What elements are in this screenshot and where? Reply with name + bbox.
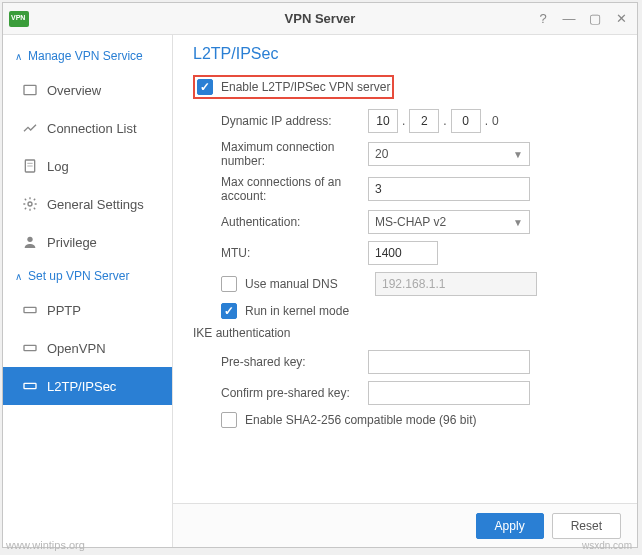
gear-icon [21, 195, 39, 213]
sidebar-item-l2tp[interactable]: L2TP/IPSec [3, 367, 172, 405]
ip-octet-4: 0 [492, 114, 499, 128]
user-icon [21, 233, 39, 251]
sidebar-item-overview[interactable]: Overview [3, 71, 172, 109]
footer-bar: Apply Reset [173, 503, 637, 547]
svg-rect-8 [24, 383, 36, 388]
page-title: L2TP/IPSec [193, 45, 617, 63]
max-conn-select[interactable]: 20 ▼ [368, 142, 530, 166]
chevron-down-icon: ▼ [513, 217, 523, 228]
psk-input[interactable] [368, 350, 530, 374]
psk-confirm-input[interactable] [368, 381, 530, 405]
svg-rect-0 [24, 85, 36, 94]
max-acct-label: Max connections of an account: [193, 175, 368, 203]
manual-dns-checkbox[interactable] [221, 276, 237, 292]
ip-octet-1[interactable] [368, 109, 398, 133]
sidebar-section-manage[interactable]: ∧ Manage VPN Service [3, 41, 172, 71]
watermark: www.wintips.org [6, 539, 85, 551]
svg-rect-7 [24, 345, 36, 350]
sidebar-item-pptp[interactable]: PPTP [3, 291, 172, 329]
max-conn-label: Maximum connection number: [193, 140, 368, 168]
overview-icon [21, 81, 39, 99]
psk2-label: Confirm pre-shared key: [193, 386, 368, 400]
apply-button[interactable]: Apply [476, 513, 544, 539]
sidebar-section-setup[interactable]: ∧ Set up VPN Server [3, 261, 172, 291]
main-panel: L2TP/IPSec Enable L2TP/IPSec VPN server … [173, 35, 637, 547]
kernel-checkbox[interactable] [221, 303, 237, 319]
enable-highlight: Enable L2TP/IPSec VPN server [193, 75, 394, 99]
sidebar-item-openvpn[interactable]: OpenVPN [3, 329, 172, 367]
kernel-label: Run in kernel mode [245, 304, 349, 318]
minimize-icon[interactable]: — [559, 9, 579, 29]
manual-dns-label: Use manual DNS [245, 277, 375, 291]
vpn-server-window: VPN Server ? — ▢ ✕ ∧ Manage VPN Service … [2, 2, 638, 548]
chevron-up-icon: ∧ [15, 271, 22, 282]
mtu-input[interactable] [368, 241, 438, 265]
help-icon[interactable]: ? [533, 9, 553, 29]
pptp-icon [21, 301, 39, 319]
svg-point-4 [28, 202, 32, 206]
enable-checkbox[interactable] [197, 79, 213, 95]
dynamic-ip-label: Dynamic IP address: [193, 114, 368, 128]
log-icon [21, 157, 39, 175]
ike-section-label: IKE authentication [193, 326, 617, 340]
sidebar-item-privilege[interactable]: Privilege [3, 223, 172, 261]
max-acct-input[interactable] [368, 177, 530, 201]
chevron-up-icon: ∧ [15, 51, 22, 62]
titlebar: VPN Server ? — ▢ ✕ [3, 3, 637, 35]
ip-octet-2[interactable] [409, 109, 439, 133]
svg-rect-6 [24, 307, 36, 312]
sidebar-item-log[interactable]: Log [3, 147, 172, 185]
sidebar-item-connection-list[interactable]: Connection List [3, 109, 172, 147]
watermark-2: wsxdn.com [582, 540, 632, 551]
sidebar-item-general-settings[interactable]: General Settings [3, 185, 172, 223]
sha2-checkbox[interactable] [221, 412, 237, 428]
auth-label: Authentication: [193, 215, 368, 229]
connection-icon [21, 119, 39, 137]
sidebar: ∧ Manage VPN Service Overview Connection… [3, 35, 173, 547]
maximize-icon[interactable]: ▢ [585, 9, 605, 29]
svg-point-5 [27, 237, 32, 242]
mtu-label: MTU: [193, 246, 368, 260]
auth-select[interactable]: MS-CHAP v2 ▼ [368, 210, 530, 234]
l2tp-icon [21, 377, 39, 395]
ip-octet-3[interactable] [451, 109, 481, 133]
dynamic-ip-group: . . . 0 [368, 109, 499, 133]
chevron-down-icon: ▼ [513, 149, 523, 160]
openvpn-icon [21, 339, 39, 357]
psk-label: Pre-shared key: [193, 355, 368, 369]
sha2-label: Enable SHA2-256 compatible mode (96 bit) [245, 413, 476, 427]
manual-dns-input [375, 272, 537, 296]
close-icon[interactable]: ✕ [611, 9, 631, 29]
reset-button[interactable]: Reset [552, 513, 621, 539]
enable-label: Enable L2TP/IPSec VPN server [221, 80, 390, 94]
